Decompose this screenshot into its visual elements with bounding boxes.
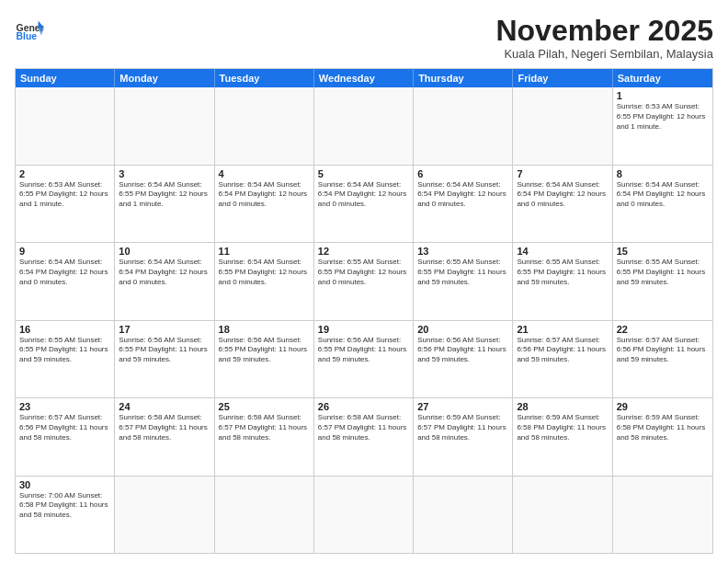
cal-cell: 13Sunrise: 6:55 AM Sunset: 6:55 PM Dayli… bbox=[414, 243, 513, 319]
day-number: 28 bbox=[517, 401, 608, 412]
cell-info: Sunrise: 6:53 AM Sunset: 6:55 PM Dayligh… bbox=[19, 180, 110, 210]
cell-info: Sunrise: 6:57 AM Sunset: 6:56 PM Dayligh… bbox=[19, 413, 110, 442]
cal-cell: 25Sunrise: 6:58 AM Sunset: 6:57 PM Dayli… bbox=[215, 398, 314, 475]
day-number: 14 bbox=[517, 246, 608, 257]
day-number: 23 bbox=[19, 401, 110, 412]
cell-info: Sunrise: 6:58 AM Sunset: 6:57 PM Dayligh… bbox=[219, 413, 310, 442]
cal-cell: 27Sunrise: 6:59 AM Sunset: 6:57 PM Dayli… bbox=[414, 398, 513, 475]
cal-row-1: 1Sunrise: 6:53 AM Sunset: 6:55 PM Daylig… bbox=[16, 87, 712, 165]
calendar: Sunday Monday Tuesday Wednesday Thursday… bbox=[15, 68, 713, 554]
cell-info: Sunrise: 6:56 AM Sunset: 6:55 PM Dayligh… bbox=[119, 336, 210, 365]
day-number: 12 bbox=[318, 246, 409, 257]
header-saturday: Saturday bbox=[613, 69, 712, 87]
cell-info: Sunrise: 6:56 AM Sunset: 6:55 PM Dayligh… bbox=[318, 336, 409, 365]
location: Kuala Pilah, Negeri Sembilan, Malaysia bbox=[495, 47, 713, 61]
cell-info: Sunrise: 6:55 AM Sunset: 6:55 PM Dayligh… bbox=[19, 336, 110, 365]
day-number: 16 bbox=[19, 324, 110, 335]
cal-cell: 3Sunrise: 6:54 AM Sunset: 6:55 PM Daylig… bbox=[115, 166, 214, 242]
day-number: 8 bbox=[617, 168, 709, 179]
cal-cell: 17Sunrise: 6:56 AM Sunset: 6:55 PM Dayli… bbox=[115, 321, 214, 397]
header-thursday: Thursday bbox=[414, 69, 513, 87]
cal-cell: 24Sunrise: 6:58 AM Sunset: 6:57 PM Dayli… bbox=[115, 398, 214, 475]
cal-cell: 26Sunrise: 6:58 AM Sunset: 6:57 PM Dayli… bbox=[314, 398, 414, 475]
day-number: 1 bbox=[617, 90, 709, 101]
cal-cell: 7Sunrise: 6:54 AM Sunset: 6:54 PM Daylig… bbox=[513, 166, 612, 242]
cell-info: Sunrise: 6:54 AM Sunset: 6:54 PM Dayligh… bbox=[417, 180, 508, 210]
cell-info: Sunrise: 6:55 AM Sunset: 6:55 PM Dayligh… bbox=[517, 258, 608, 287]
cal-cell bbox=[414, 87, 513, 164]
cal-cell: 2Sunrise: 6:53 AM Sunset: 6:55 PM Daylig… bbox=[16, 166, 115, 242]
day-number: 25 bbox=[219, 401, 310, 412]
cal-cell: 1Sunrise: 6:53 AM Sunset: 6:55 PM Daylig… bbox=[613, 87, 712, 164]
cal-row-4: 16Sunrise: 6:55 AM Sunset: 6:55 PM Dayli… bbox=[16, 321, 712, 398]
day-number: 22 bbox=[617, 324, 709, 335]
cell-info: Sunrise: 6:54 AM Sunset: 6:54 PM Dayligh… bbox=[517, 180, 608, 210]
title-block: November 2025 Kuala Pilah, Negeri Sembil… bbox=[495, 15, 713, 61]
day-number: 3 bbox=[119, 168, 210, 179]
cal-cell: 29Sunrise: 6:59 AM Sunset: 6:58 PM Dayli… bbox=[613, 398, 712, 475]
cal-cell: 8Sunrise: 6:54 AM Sunset: 6:54 PM Daylig… bbox=[613, 166, 712, 242]
day-number: 6 bbox=[417, 168, 508, 179]
day-number: 5 bbox=[318, 168, 409, 179]
cell-info: Sunrise: 6:54 AM Sunset: 6:54 PM Dayligh… bbox=[119, 258, 210, 287]
cell-info: Sunrise: 6:56 AM Sunset: 6:56 PM Dayligh… bbox=[417, 336, 508, 365]
cell-info: Sunrise: 6:59 AM Sunset: 6:57 PM Dayligh… bbox=[417, 413, 508, 442]
day-number: 18 bbox=[219, 324, 310, 335]
header: General Blue November 2025 Kuala Pilah, … bbox=[15, 15, 713, 61]
cal-cell: 14Sunrise: 6:55 AM Sunset: 6:55 PM Dayli… bbox=[513, 243, 612, 319]
cell-info: Sunrise: 6:54 AM Sunset: 6:54 PM Dayligh… bbox=[318, 180, 409, 210]
day-number: 17 bbox=[119, 324, 210, 335]
cal-row-2: 2Sunrise: 6:53 AM Sunset: 6:55 PM Daylig… bbox=[16, 166, 712, 243]
day-number: 26 bbox=[318, 401, 409, 412]
cell-info: Sunrise: 6:54 AM Sunset: 6:54 PM Dayligh… bbox=[19, 258, 110, 287]
cell-info: Sunrise: 6:54 AM Sunset: 6:55 PM Dayligh… bbox=[119, 180, 210, 210]
day-number: 27 bbox=[417, 401, 508, 412]
cal-cell: 11Sunrise: 6:54 AM Sunset: 6:55 PM Dayli… bbox=[215, 243, 314, 319]
cal-cell bbox=[115, 477, 214, 553]
cell-info: Sunrise: 6:57 AM Sunset: 6:56 PM Dayligh… bbox=[517, 336, 608, 365]
calendar-body: 1Sunrise: 6:53 AM Sunset: 6:55 PM Daylig… bbox=[16, 87, 712, 553]
cal-cell: 19Sunrise: 6:56 AM Sunset: 6:55 PM Dayli… bbox=[314, 321, 414, 397]
cell-info: Sunrise: 6:59 AM Sunset: 6:58 PM Dayligh… bbox=[617, 413, 709, 442]
svg-text:Blue: Blue bbox=[17, 31, 38, 41]
cal-row-6: 30Sunrise: 7:00 AM Sunset: 6:58 PM Dayli… bbox=[16, 477, 712, 553]
cal-cell bbox=[613, 477, 712, 553]
cal-cell bbox=[513, 477, 612, 553]
day-number: 13 bbox=[417, 246, 508, 257]
page: General Blue November 2025 Kuala Pilah, … bbox=[0, 0, 728, 563]
cal-cell: 15Sunrise: 6:55 AM Sunset: 6:55 PM Dayli… bbox=[613, 243, 712, 319]
cal-cell: 6Sunrise: 6:54 AM Sunset: 6:54 PM Daylig… bbox=[414, 166, 513, 242]
cell-info: Sunrise: 6:55 AM Sunset: 6:55 PM Dayligh… bbox=[417, 258, 508, 287]
cell-info: Sunrise: 6:54 AM Sunset: 6:54 PM Dayligh… bbox=[617, 180, 709, 210]
cal-cell bbox=[215, 477, 314, 553]
cell-info: Sunrise: 6:55 AM Sunset: 6:55 PM Dayligh… bbox=[617, 258, 709, 287]
day-number: 24 bbox=[119, 401, 210, 412]
cell-info: Sunrise: 6:59 AM Sunset: 6:58 PM Dayligh… bbox=[517, 413, 608, 442]
day-number: 29 bbox=[617, 401, 709, 412]
day-number: 19 bbox=[318, 324, 409, 335]
header-tuesday: Tuesday bbox=[215, 69, 314, 87]
cal-row-5: 23Sunrise: 6:57 AM Sunset: 6:56 PM Dayli… bbox=[16, 398, 712, 476]
cell-info: Sunrise: 6:55 AM Sunset: 6:55 PM Dayligh… bbox=[318, 258, 409, 287]
cell-info: Sunrise: 6:54 AM Sunset: 6:55 PM Dayligh… bbox=[219, 258, 310, 287]
day-number: 2 bbox=[19, 168, 110, 179]
cal-cell: 12Sunrise: 6:55 AM Sunset: 6:55 PM Dayli… bbox=[314, 243, 414, 319]
cell-info: Sunrise: 6:56 AM Sunset: 6:55 PM Dayligh… bbox=[219, 336, 310, 365]
cal-cell bbox=[115, 87, 214, 164]
cal-cell bbox=[16, 87, 115, 164]
day-number: 20 bbox=[417, 324, 508, 335]
day-number: 7 bbox=[517, 168, 608, 179]
day-number: 21 bbox=[517, 324, 608, 335]
cal-cell: 5Sunrise: 6:54 AM Sunset: 6:54 PM Daylig… bbox=[314, 166, 414, 242]
cal-cell: 22Sunrise: 6:57 AM Sunset: 6:56 PM Dayli… bbox=[613, 321, 712, 397]
cell-info: Sunrise: 7:00 AM Sunset: 6:58 PM Dayligh… bbox=[19, 491, 110, 521]
cell-info: Sunrise: 6:58 AM Sunset: 6:57 PM Dayligh… bbox=[318, 413, 409, 442]
cal-cell: 16Sunrise: 6:55 AM Sunset: 6:55 PM Dayli… bbox=[16, 321, 115, 397]
cal-cell: 9Sunrise: 6:54 AM Sunset: 6:54 PM Daylig… bbox=[16, 243, 115, 319]
cell-info: Sunrise: 6:53 AM Sunset: 6:55 PM Dayligh… bbox=[617, 102, 709, 132]
day-number: 30 bbox=[19, 479, 110, 490]
header-wednesday: Wednesday bbox=[314, 69, 414, 87]
cal-cell bbox=[513, 87, 612, 164]
cal-cell bbox=[414, 477, 513, 553]
cell-info: Sunrise: 6:57 AM Sunset: 6:56 PM Dayligh… bbox=[617, 336, 709, 365]
